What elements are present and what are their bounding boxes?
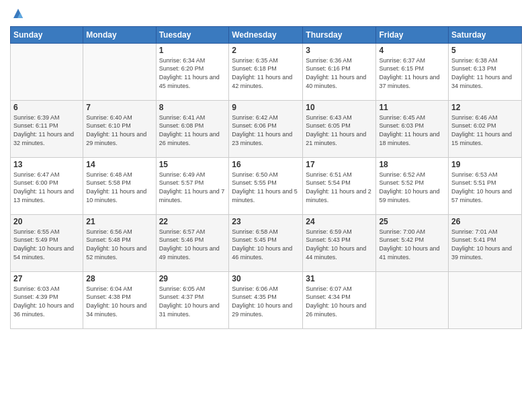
day-info: Sunrise: 6:45 AM Sunset: 6:03 PM Dayligh…: [379, 113, 445, 147]
day-number: 27: [13, 274, 80, 283]
day-number: 5: [451, 46, 519, 55]
day-number: 11: [379, 103, 445, 112]
day-number: 20: [13, 217, 80, 226]
day-info: Sunrise: 6:04 AM Sunset: 4:38 PM Dayligh…: [86, 285, 152, 318]
calendar-cell: 25Sunrise: 7:00 AM Sunset: 5:42 PM Dayli…: [376, 214, 449, 271]
calendar-cell: 14Sunrise: 6:48 AM Sunset: 5:58 PM Dayli…: [83, 157, 156, 214]
day-info: Sunrise: 6:07 AM Sunset: 4:34 PM Dayligh…: [306, 285, 373, 318]
calendar-cell: 16Sunrise: 6:50 AM Sunset: 5:55 PM Dayli…: [229, 157, 303, 214]
calendar-cell: 8Sunrise: 6:41 AM Sunset: 6:08 PM Daylig…: [156, 100, 229, 157]
calendar-cell: 11Sunrise: 6:45 AM Sunset: 6:03 PM Dayli…: [376, 100, 449, 157]
logo-icon: [11, 6, 26, 21]
calendar-cell: 24Sunrise: 6:59 AM Sunset: 5:43 PM Dayli…: [303, 214, 376, 271]
day-number: 16: [232, 160, 300, 169]
day-number: 21: [86, 217, 152, 226]
calendar-cell: 20Sunrise: 6:55 AM Sunset: 5:49 PM Dayli…: [11, 214, 83, 271]
day-info: Sunrise: 6:56 AM Sunset: 5:48 PM Dayligh…: [86, 228, 152, 261]
day-number: 10: [306, 103, 373, 112]
day-number: 17: [306, 160, 373, 169]
calendar-cell: 5Sunrise: 6:38 AM Sunset: 6:13 PM Daylig…: [449, 43, 522, 100]
day-info: Sunrise: 6:38 AM Sunset: 6:13 PM Dayligh…: [451, 56, 519, 90]
weekday-header-thursday: Thursday: [303, 26, 376, 43]
week-row-3: 13Sunrise: 6:47 AM Sunset: 6:00 PM Dayli…: [11, 157, 522, 214]
calendar-cell: 22Sunrise: 6:57 AM Sunset: 5:46 PM Dayli…: [156, 214, 229, 271]
week-row-4: 20Sunrise: 6:55 AM Sunset: 5:49 PM Dayli…: [11, 214, 522, 271]
calendar-cell: 13Sunrise: 6:47 AM Sunset: 6:00 PM Dayli…: [11, 157, 83, 214]
calendar-cell: 6Sunrise: 6:39 AM Sunset: 6:11 PM Daylig…: [11, 100, 83, 157]
week-row-2: 6Sunrise: 6:39 AM Sunset: 6:11 PM Daylig…: [11, 100, 522, 157]
day-info: Sunrise: 6:41 AM Sunset: 6:08 PM Dayligh…: [159, 113, 226, 147]
calendar-cell: 15Sunrise: 6:49 AM Sunset: 5:57 PM Dayli…: [156, 157, 229, 214]
day-number: 19: [451, 160, 519, 169]
day-number: 31: [306, 274, 373, 283]
day-info: Sunrise: 6:40 AM Sunset: 6:10 PM Dayligh…: [86, 113, 152, 147]
day-number: 28: [86, 274, 152, 283]
calendar-cell: [11, 43, 83, 100]
day-info: Sunrise: 7:00 AM Sunset: 5:42 PM Dayligh…: [379, 228, 445, 261]
day-info: Sunrise: 6:47 AM Sunset: 6:00 PM Dayligh…: [13, 171, 80, 204]
day-info: Sunrise: 7:01 AM Sunset: 5:41 PM Dayligh…: [451, 228, 519, 261]
day-info: Sunrise: 6:53 AM Sunset: 5:51 PM Dayligh…: [451, 171, 519, 204]
day-info: Sunrise: 6:06 AM Sunset: 4:35 PM Dayligh…: [232, 285, 300, 318]
day-info: Sunrise: 6:52 AM Sunset: 5:52 PM Dayligh…: [379, 171, 445, 204]
day-number: 29: [159, 274, 226, 283]
calendar-cell: 30Sunrise: 6:06 AM Sunset: 4:35 PM Dayli…: [229, 271, 303, 328]
calendar-cell: [83, 43, 156, 100]
weekday-header-monday: Monday: [83, 26, 156, 43]
day-number: 24: [306, 217, 373, 226]
day-info: Sunrise: 6:49 AM Sunset: 5:57 PM Dayligh…: [159, 171, 226, 204]
day-number: 25: [379, 217, 445, 226]
day-info: Sunrise: 6:48 AM Sunset: 5:58 PM Dayligh…: [86, 171, 152, 204]
week-row-1: 1Sunrise: 6:34 AM Sunset: 6:20 PM Daylig…: [11, 43, 522, 100]
calendar-cell: 9Sunrise: 6:42 AM Sunset: 6:06 PM Daylig…: [229, 100, 303, 157]
day-info: Sunrise: 6:39 AM Sunset: 6:11 PM Dayligh…: [13, 113, 80, 147]
week-row-5: 27Sunrise: 6:03 AM Sunset: 4:39 PM Dayli…: [11, 271, 522, 328]
weekday-header-sunday: Sunday: [11, 26, 83, 43]
day-info: Sunrise: 6:05 AM Sunset: 4:37 PM Dayligh…: [159, 285, 226, 318]
calendar-cell: 18Sunrise: 6:52 AM Sunset: 5:52 PM Dayli…: [376, 157, 449, 214]
day-info: Sunrise: 6:57 AM Sunset: 5:46 PM Dayligh…: [159, 228, 226, 261]
header: [10, 7, 522, 21]
day-number: 7: [86, 103, 152, 112]
day-number: 22: [159, 217, 226, 226]
logo: [10, 7, 26, 21]
day-info: Sunrise: 6:46 AM Sunset: 6:02 PM Dayligh…: [451, 113, 519, 147]
weekday-header-tuesday: Tuesday: [156, 26, 229, 43]
calendar-cell: 7Sunrise: 6:40 AM Sunset: 6:10 PM Daylig…: [83, 100, 156, 157]
day-info: Sunrise: 6:42 AM Sunset: 6:06 PM Dayligh…: [232, 113, 300, 147]
calendar-body: 1Sunrise: 6:34 AM Sunset: 6:20 PM Daylig…: [11, 43, 522, 328]
day-number: 2: [232, 46, 300, 55]
calendar-header: SundayMondayTuesdayWednesdayThursdayFrid…: [11, 26, 522, 43]
day-number: 9: [232, 103, 300, 112]
day-number: 8: [159, 103, 226, 112]
weekday-header-friday: Friday: [376, 26, 449, 43]
day-info: Sunrise: 6:36 AM Sunset: 6:16 PM Dayligh…: [306, 56, 373, 90]
day-number: 18: [379, 160, 445, 169]
day-number: 15: [159, 160, 226, 169]
calendar-cell: 12Sunrise: 6:46 AM Sunset: 6:02 PM Dayli…: [449, 100, 522, 157]
day-info: Sunrise: 6:37 AM Sunset: 6:15 PM Dayligh…: [379, 56, 445, 90]
calendar-cell: 19Sunrise: 6:53 AM Sunset: 5:51 PM Dayli…: [449, 157, 522, 214]
calendar-cell: 4Sunrise: 6:37 AM Sunset: 6:15 PM Daylig…: [376, 43, 449, 100]
calendar-cell: 21Sunrise: 6:56 AM Sunset: 5:48 PM Dayli…: [83, 214, 156, 271]
day-number: 14: [86, 160, 152, 169]
day-info: Sunrise: 6:03 AM Sunset: 4:39 PM Dayligh…: [13, 285, 80, 318]
calendar-cell: 17Sunrise: 6:51 AM Sunset: 5:54 PM Dayli…: [303, 157, 376, 214]
calendar-cell: 29Sunrise: 6:05 AM Sunset: 4:37 PM Dayli…: [156, 271, 229, 328]
day-info: Sunrise: 6:35 AM Sunset: 6:18 PM Dayligh…: [232, 56, 300, 90]
day-number: 12: [451, 103, 519, 112]
weekday-header-wednesday: Wednesday: [229, 26, 303, 43]
calendar-cell: [376, 271, 449, 328]
day-info: Sunrise: 6:51 AM Sunset: 5:54 PM Dayligh…: [306, 171, 373, 204]
calendar-cell: 26Sunrise: 7:01 AM Sunset: 5:41 PM Dayli…: [449, 214, 522, 271]
weekday-header-saturday: Saturday: [449, 26, 522, 43]
calendar-cell: 27Sunrise: 6:03 AM Sunset: 4:39 PM Dayli…: [11, 271, 83, 328]
day-info: Sunrise: 6:50 AM Sunset: 5:55 PM Dayligh…: [232, 171, 300, 204]
day-number: 3: [306, 46, 373, 55]
calendar-cell: 23Sunrise: 6:58 AM Sunset: 5:45 PM Dayli…: [229, 214, 303, 271]
calendar-page: SundayMondayTuesdayWednesdayThursdayFrid…: [0, 0, 532, 411]
calendar-table: SundayMondayTuesdayWednesdayThursdayFrid…: [10, 26, 522, 329]
day-info: Sunrise: 6:43 AM Sunset: 6:05 PM Dayligh…: [306, 113, 373, 147]
day-number: 26: [451, 217, 519, 226]
day-info: Sunrise: 6:59 AM Sunset: 5:43 PM Dayligh…: [306, 228, 373, 261]
